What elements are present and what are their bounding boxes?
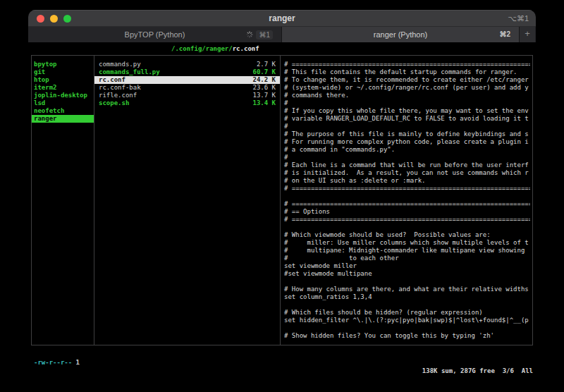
file-size: 24.2 K	[252, 76, 276, 84]
file-list-column: commands.py2.7 Kcommands_full.py60.7 Krc…	[94, 56, 281, 345]
screen-background: ranger ⌥⌘1 BpyTOP (Python)	[0, 0, 564, 392]
path-filename: rc.conf	[233, 45, 259, 52]
ranger-statusbar: -rw-r--r-- 1 138K sum, 287G free 3/6 All	[31, 350, 533, 358]
window-shortcut: ⌥⌘1	[508, 14, 529, 23]
dir-item[interactable]: git	[32, 68, 94, 76]
directory-column: bpytopgithtopiterm2joplin-desktoplsdneof…	[32, 56, 94, 345]
preview-column: # ======================================…	[281, 56, 534, 345]
tab-ranger-shortcut: ⌘2	[499, 30, 510, 38]
tab-bpytop-label: BpyTOP (Python)	[125, 30, 185, 39]
iterm-window: ranger ⌥⌘1 BpyTOP (Python)	[28, 10, 536, 382]
ranger-browser: bpytopgithtopiterm2joplin-desktoplsdneof…	[31, 55, 533, 345]
file-size: 13.4 K	[252, 99, 276, 107]
path-directory: /.config/ranger/	[171, 45, 233, 52]
dir-item[interactable]: joplin-desktop	[32, 92, 94, 99]
file-row[interactable]: commands.py2.7 K	[94, 61, 280, 68]
tab-bpytop[interactable]: BpyTOP (Python)	[28, 27, 282, 42]
file-permissions: -rw-r--r--	[34, 359, 72, 366]
file-row[interactable]: rc.conf24.2 K	[94, 76, 280, 84]
file-info: -rw-r--r-- 1	[34, 358, 80, 367]
dir-item[interactable]: lsd	[32, 99, 94, 107]
file-size: 60.7 K	[252, 68, 276, 76]
activity-spinner-icon	[246, 31, 253, 38]
file-link-count: 1	[72, 359, 80, 366]
tab-bpytop-shortcut: ⌘1	[256, 30, 273, 39]
dir-item[interactable]: iterm2	[32, 84, 94, 92]
tab-bar: BpyTOP (Python)	[28, 27, 536, 42]
tab-ranger-label: ranger (Python)	[374, 30, 427, 39]
file-name: rc.conf	[99, 76, 125, 84]
dir-item[interactable]: bpytop	[32, 61, 94, 68]
dir-item[interactable]: neofetch	[32, 107, 94, 115]
tab-ranger[interactable]: ranger (Python) ⌘2	[282, 27, 519, 42]
file-name: scope.sh	[99, 99, 129, 107]
file-name: commands_full.py	[99, 68, 160, 76]
tab-bpytop-status: ⌘1	[246, 29, 273, 40]
file-size: 13.7 K	[252, 92, 276, 99]
file-row[interactable]: commands_full.py60.7 K	[94, 68, 280, 76]
file-row[interactable]: rc.conf-bak23.6 K	[94, 84, 280, 92]
window-title: ranger	[28, 13, 536, 23]
preview-text: # ======================================…	[281, 61, 530, 340]
terminal-content[interactable]: /.config/ranger/rc.conf bpytopgithtopite…	[28, 42, 536, 382]
file-name: rc.conf-bak	[99, 84, 141, 92]
window-titlebar[interactable]: ranger ⌥⌘1	[28, 10, 536, 27]
dir-item[interactable]: htop	[32, 76, 94, 84]
file-row[interactable]: scope.sh13.4 K	[94, 99, 280, 107]
file-row[interactable]: rifle.conf13.7 K	[94, 92, 280, 99]
file-name: commands.py	[99, 61, 141, 68]
status-summary: 138K sum, 287G free 3/6 All	[422, 367, 533, 375]
ranger-path-title: /.config/ranger/rc.conf	[171, 45, 259, 53]
file-name: rifle.conf	[99, 92, 137, 99]
dir-item[interactable]: ranger	[32, 115, 94, 123]
new-tab-button[interactable]: +	[519, 27, 535, 42]
file-size: 23.6 K	[252, 84, 276, 92]
file-size: 2.7 K	[257, 61, 276, 68]
